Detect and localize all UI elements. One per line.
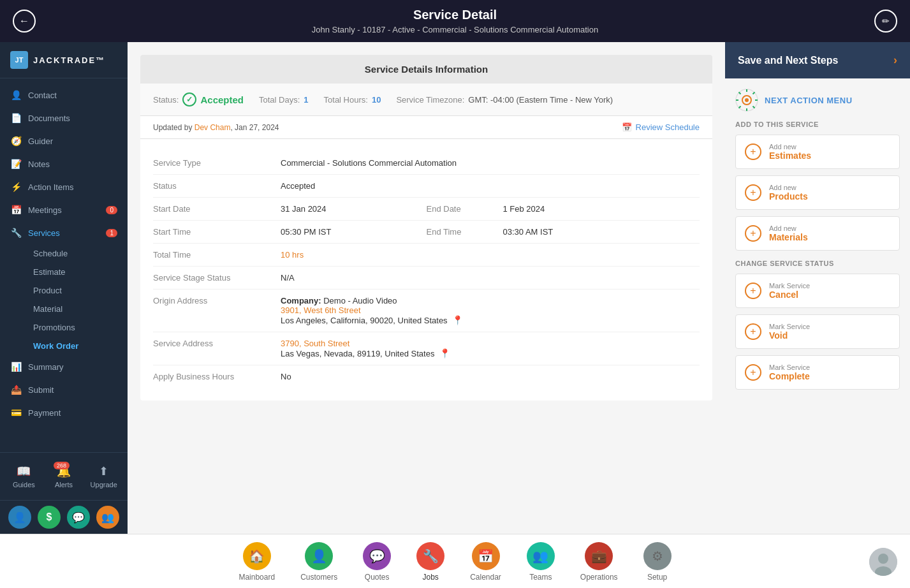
sidebar-summary-label: Summary xyxy=(28,362,64,372)
total-days-value: 1 xyxy=(304,95,308,105)
sidebar-item-documents[interactable]: 📄 Documents xyxy=(0,107,128,129)
person-bottom-icon[interactable]: 👤 xyxy=(8,506,31,529)
back-button[interactable]: ← xyxy=(13,10,36,33)
plus-circle-cancel: + xyxy=(745,283,761,299)
sidebar-item-payment[interactable]: 💳 Payment xyxy=(0,401,128,424)
group-bottom-icon[interactable]: 👥 xyxy=(96,506,119,529)
add-estimates-sub: Add new xyxy=(769,143,811,151)
service-address-label: Service Address xyxy=(153,339,281,348)
calendar-nav-icon: 📅 xyxy=(472,542,500,570)
chat-bottom-icon[interactable]: 💬 xyxy=(67,506,90,529)
sidebar-subitem-material[interactable]: Material xyxy=(28,300,128,318)
payment-icon: 💳 xyxy=(10,408,22,418)
sidebar: JT JACKTRADE™ 👤 Contact 📄 Documents 🧭 Gu… xyxy=(0,42,128,534)
mark-service-cancel-button[interactable]: + Mark Service Cancel xyxy=(735,274,900,308)
updated-by-name[interactable]: Dev Cham xyxy=(194,123,231,132)
logo-text: JACKTRADE™ xyxy=(33,55,105,65)
add-estimates-button[interactable]: + Add new Estimates xyxy=(735,135,900,169)
sidebar-footer: 📖 Guides 🔔 268 Alerts ⬆ Upgrade xyxy=(0,452,128,500)
save-next-button[interactable]: Save and Next Steps › xyxy=(725,42,910,78)
alerts-button[interactable]: 🔔 268 Alerts xyxy=(45,460,83,492)
origin-address-label: Origin Address xyxy=(153,296,281,305)
sidebar-item-meetings[interactable]: 📅 Meetings 0 xyxy=(0,198,128,221)
nav-customers[interactable]: 👤 Customers xyxy=(288,540,350,584)
origin-company-name: Company: Demo - Audio Video xyxy=(281,296,700,305)
jobs-label: Jobs xyxy=(422,573,438,582)
nav-setup[interactable]: ⚙ Setup xyxy=(631,540,684,584)
service-type-value: Commercial - Solutions Commercial Automa… xyxy=(281,158,700,168)
operations-label: Operations xyxy=(580,573,618,582)
start-date-value: 31 Jan 2024 xyxy=(281,204,427,214)
end-date-value: 1 Feb 2024 xyxy=(503,204,700,214)
mark-service-void-button[interactable]: + Mark Service Void xyxy=(735,314,900,349)
svg-point-12 xyxy=(878,554,888,564)
add-materials-sub: Add new xyxy=(769,224,808,232)
services-icon: 🔧 xyxy=(10,228,22,238)
sidebar-action-items-label: Action Items xyxy=(28,182,74,192)
nav-teams[interactable]: 👥 Teams xyxy=(514,540,568,584)
documents-icon: 📄 xyxy=(10,113,22,123)
nav-jobs[interactable]: 🔧 Jobs xyxy=(404,540,457,584)
nav-quotes[interactable]: 💬 Quotes xyxy=(350,540,404,584)
stage-status-label: Service Stage Status xyxy=(153,273,281,283)
sidebar-item-notes[interactable]: 📝 Notes xyxy=(0,152,128,175)
user-avatar[interactable] xyxy=(869,548,897,576)
notes-icon: 📝 xyxy=(10,159,22,169)
alerts-badge: 268 xyxy=(54,462,70,469)
plus-circle-products: + xyxy=(745,184,761,201)
status-accepted: ✓ Accepted xyxy=(182,92,244,107)
status-field-label: Status xyxy=(153,181,281,191)
mainboard-label: Mainboard xyxy=(239,573,275,582)
guider-icon: 🧭 xyxy=(10,136,22,146)
edit-button[interactable]: ✏ xyxy=(874,10,897,33)
sidebar-subitem-estimate[interactable]: Estimate xyxy=(28,263,128,281)
upgrade-button[interactable]: ⬆ Upgrade xyxy=(85,460,122,492)
total-time-label: Total Time xyxy=(153,250,281,260)
sidebar-subitem-work-order[interactable]: Work Order xyxy=(28,337,128,355)
times-row: Start Time 05:30 PM IST End Time 03:30 A… xyxy=(153,221,700,244)
add-materials-button[interactable]: + Add new Materials xyxy=(735,216,900,251)
bottom-nav: 🏠 Mainboard 👤 Customers 💬 Quotes 🔧 Jobs … xyxy=(0,534,910,588)
logo-icon: JT xyxy=(10,51,28,69)
dollar-bottom-icon[interactable]: $ xyxy=(38,506,61,529)
start-time-col: Start Time 05:30 PM IST xyxy=(153,227,427,237)
svg-line-7 xyxy=(739,92,741,94)
sidebar-subitem-schedule[interactable]: Schedule xyxy=(28,244,128,263)
sidebar-item-guider[interactable]: 🧭 Guider xyxy=(0,129,128,152)
plus-circle-estimates: + xyxy=(745,143,761,160)
mark-service-complete-button[interactable]: + Mark Service Complete xyxy=(735,355,900,390)
add-products-button[interactable]: + Add new Products xyxy=(735,175,900,210)
sidebar-item-summary[interactable]: 📊 Summary xyxy=(0,355,128,378)
review-schedule-button[interactable]: 📅 Review Schedule xyxy=(622,122,700,132)
total-hours-value: 10 xyxy=(372,95,381,105)
complete-main: Complete xyxy=(769,371,810,381)
service-address-row: Service Address 3790, South Street Las V… xyxy=(153,332,700,365)
sidebar-item-action-items[interactable]: ⚡ Action Items xyxy=(0,175,128,198)
nav-operations[interactable]: 💼 Operations xyxy=(568,540,631,584)
total-time-row: Total Time 10 hrs xyxy=(153,244,700,267)
total-hours-label: Total Hours: xyxy=(324,95,368,105)
submit-icon: 📤 xyxy=(10,385,22,395)
sidebar-item-contact[interactable]: 👤 Contact xyxy=(0,84,128,107)
upgrade-label: Upgrade xyxy=(91,481,117,489)
nav-mainboard[interactable]: 🏠 Mainboard xyxy=(226,540,288,584)
right-panel: Save and Next Steps › xyxy=(725,42,910,534)
status-value: Accepted xyxy=(200,94,244,105)
sidebar-subitem-promotions[interactable]: Promotions xyxy=(28,318,128,337)
setup-label: Setup xyxy=(647,573,667,582)
next-action-section: NEXT ACTION MENU ADD TO THIS SERVICE + A… xyxy=(725,78,910,406)
sidebar-payment-label: Payment xyxy=(28,408,61,418)
svg-point-2 xyxy=(745,98,749,102)
meetings-badge: 0 xyxy=(106,206,117,214)
sidebar-contact-label: Contact xyxy=(28,91,57,100)
sidebar-subitem-product[interactable]: Product xyxy=(28,281,128,300)
service-card: Service Details Information Status: ✓ Ac… xyxy=(140,55,712,401)
guides-label: Guides xyxy=(13,481,35,489)
sidebar-item-services[interactable]: 🔧 Services 1 xyxy=(0,221,128,244)
status-row: Status Accepted xyxy=(153,175,700,198)
guides-button[interactable]: 📖 Guides xyxy=(5,460,43,492)
sidebar-item-submit[interactable]: 📤 Submit xyxy=(0,378,128,401)
map-pin-icon: 📍 xyxy=(452,315,463,325)
nav-calendar[interactable]: 📅 Calendar xyxy=(457,540,514,584)
end-time-value: 03:30 AM IST xyxy=(503,227,700,237)
